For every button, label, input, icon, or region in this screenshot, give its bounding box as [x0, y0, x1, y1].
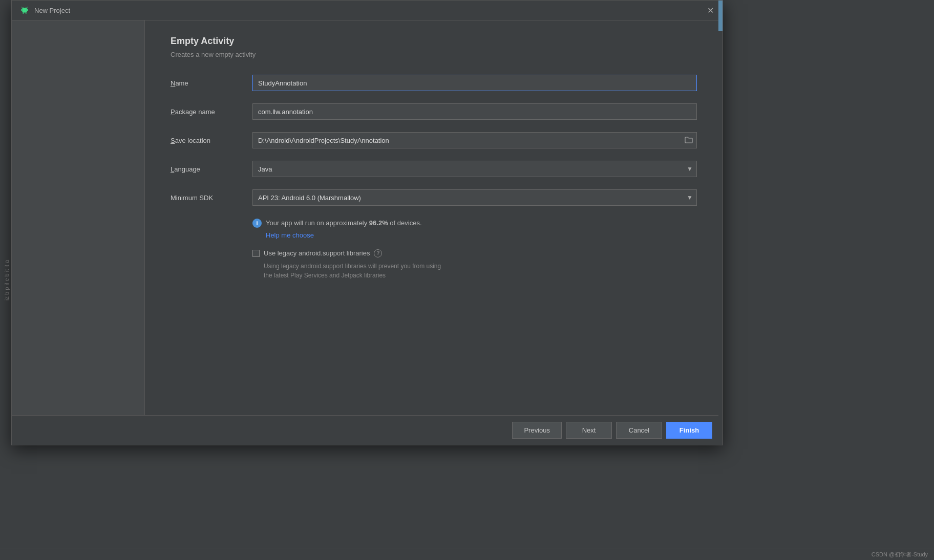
ide-sidebar-text: iz b p il e b it it a	[3, 260, 12, 300]
save-location-row: Save location	[171, 132, 697, 148]
new-project-dialog: New Project ✕ Empty Activity Creates a n…	[11, 0, 723, 445]
package-name-label-underline: P	[171, 108, 175, 116]
question-mark: ?	[377, 250, 380, 256]
minimum-sdk-select[interactable]: API 16: Android 4.1 (Jelly Bean) API 17:…	[252, 189, 697, 206]
language-label-text: Language	[171, 165, 200, 173]
info-icon: i	[252, 219, 262, 228]
package-name-row: Package name	[171, 103, 697, 120]
save-location-label: Save location	[171, 137, 252, 144]
scrollbar[interactable]	[718, 20, 723, 415]
save-location-label-underline: S	[171, 137, 175, 144]
dialog-footer: Previous Next Cancel Finish	[12, 415, 723, 445]
device-coverage-row: i Your app will run on approximately 96.…	[252, 218, 697, 228]
legacy-support-description: Using legacy android.support libraries w…	[264, 262, 697, 280]
minimum-sdk-label: Minimum SDK	[171, 194, 252, 202]
language-select-wrapper: Java Kotlin ▼	[252, 161, 697, 177]
form-subtitle: Creates a new empty activity	[171, 51, 697, 58]
package-name-input[interactable]	[252, 103, 697, 120]
dialog-title: New Project	[34, 7, 70, 14]
name-row: Name	[171, 75, 697, 91]
close-button[interactable]: ✕	[705, 5, 715, 15]
save-location-input-group	[252, 132, 697, 148]
legacy-support-help-icon[interactable]: ?	[374, 249, 382, 257]
name-label-text: Name	[171, 79, 188, 87]
coverage-percentage: 96.2%	[369, 219, 388, 227]
previous-button[interactable]: Previous	[512, 422, 562, 439]
device-coverage-section: i Your app will run on approximately 96.…	[252, 218, 697, 239]
info-icon-letter: i	[256, 220, 258, 226]
legacy-checkbox-row: Use legacy android.support libraries ?	[252, 249, 697, 257]
legacy-desc-line1: Using legacy android.support libraries w…	[264, 263, 441, 270]
status-bar-text: CSDN @初学者-Study	[872, 551, 928, 558]
language-select[interactable]: Java Kotlin	[252, 161, 697, 177]
language-row: Language Java Kotlin ▼	[171, 161, 697, 177]
help-me-choose-link[interactable]: Help me choose	[266, 231, 697, 239]
minimum-sdk-label-text: Minimum SDK	[171, 194, 213, 202]
name-input[interactable]	[252, 75, 697, 91]
next-button[interactable]: Next	[566, 422, 612, 439]
title-bar: New Project ✕	[12, 1, 723, 20]
name-label: Name	[171, 79, 252, 87]
dialog-body: Empty Activity Creates a new empty activ…	[12, 20, 723, 415]
device-coverage-text: Your app will run on approximately 96.2%…	[266, 218, 422, 228]
finish-button[interactable]: Finish	[666, 422, 712, 439]
legacy-support-section: Use legacy android.support libraries ? U…	[252, 249, 697, 280]
template-preview-panel	[12, 20, 145, 415]
browse-folder-button[interactable]	[681, 132, 697, 148]
language-label: Language	[171, 165, 252, 173]
title-bar-left: New Project	[19, 5, 70, 16]
form-title: Empty Activity	[171, 36, 697, 47]
minimum-sdk-select-wrapper: API 16: Android 4.1 (Jelly Bean) API 17:…	[252, 189, 697, 206]
status-bar: CSDN @初学者-Study	[0, 549, 934, 560]
legacy-desc-line2: the latest Play Services and Jetpack lib…	[264, 272, 386, 279]
cancel-button[interactable]: Cancel	[616, 422, 662, 439]
package-name-label-text: Package name	[171, 108, 215, 116]
folder-icon	[685, 136, 693, 145]
save-location-label-text: Save location	[171, 137, 210, 144]
language-label-underline: L	[171, 165, 174, 173]
coverage-text-before: Your app will run on approximately	[266, 219, 369, 227]
scroll-thumb[interactable]	[718, 20, 723, 31]
coverage-text-after: of devices.	[388, 219, 422, 227]
svg-point-0	[23, 8, 24, 9]
android-logo-icon	[19, 5, 30, 16]
legacy-support-label: Use legacy android.support libraries	[264, 249, 370, 257]
save-location-input[interactable]	[252, 132, 681, 148]
minimum-sdk-row: Minimum SDK API 16: Android 4.1 (Jelly B…	[171, 189, 697, 206]
legacy-support-checkbox[interactable]	[252, 250, 260, 257]
svg-point-1	[26, 8, 27, 9]
name-label-underline: N	[171, 79, 175, 87]
package-name-label: Package name	[171, 108, 252, 116]
form-panel: Empty Activity Creates a new empty activ…	[145, 20, 723, 415]
